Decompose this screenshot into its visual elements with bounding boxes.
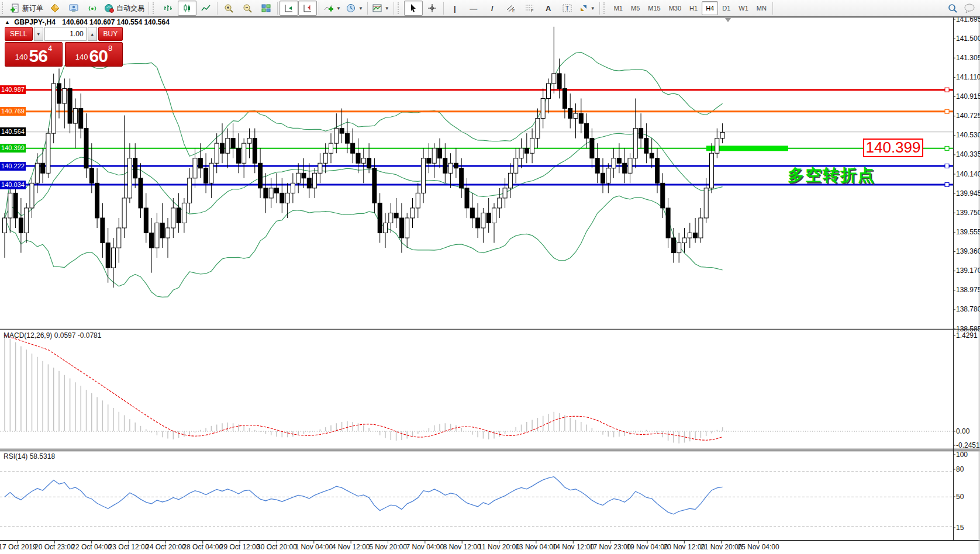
time-axis-label: 4 Nov 12:00 — [332, 543, 370, 551]
fibonacci-button[interactable]: F — [520, 1, 539, 16]
periods-button[interactable]: ▼ — [343, 1, 365, 16]
timeframe-button-m1[interactable]: M1 — [610, 1, 627, 15]
separator — [367, 2, 368, 15]
price-line-tag: 140.222 — [0, 162, 26, 171]
svg-text:E: E — [512, 9, 515, 13]
price-tick-label: 138.780 — [956, 305, 980, 313]
metaeditor-button[interactable] — [46, 1, 64, 16]
new-order-icon — [11, 4, 20, 13]
rsi-label: RSI(14) 58.5318 — [4, 452, 55, 460]
one-click-toggle-icon[interactable]: ▲ — [5, 19, 10, 25]
price-line-tag: 140.034 — [0, 181, 26, 189]
price-line-tag: 140.399 — [0, 144, 26, 153]
equidistant-channel-button[interactable]: E — [502, 1, 520, 16]
cursor-button[interactable] — [404, 1, 423, 16]
timeframe-button-mn[interactable]: MN — [753, 1, 771, 15]
time-axis-label: 13 Nov 04:00 — [515, 543, 557, 551]
arrows-button[interactable]: ▼ — [577, 1, 598, 16]
horizontal-line-button[interactable]: — — [464, 1, 483, 16]
tile-windows-button[interactable] — [257, 1, 275, 16]
price-tick-label: 140.725 — [956, 112, 980, 120]
level-price-box[interactable]: 140.399 — [863, 138, 923, 157]
new-order-button[interactable]: 新订单 — [8, 1, 46, 16]
signals-icon — [87, 3, 98, 13]
price-tick-label: 140.335 — [956, 150, 980, 158]
one-click-sell-button[interactable]: 140 56 4 — [5, 42, 63, 67]
zoom-out-button[interactable] — [238, 1, 257, 16]
sell-price-pip: 4 — [48, 44, 52, 52]
timeframe-button-h4[interactable]: H4 — [702, 1, 718, 15]
vertical-line-button[interactable]: | — [446, 1, 464, 16]
chart-shift-icon — [302, 3, 313, 13]
buy-price-prefix: 140 — [75, 50, 88, 65]
time-axis-label: 14 Nov 12:00 — [553, 543, 594, 551]
timeframe-group: M1M5M15M30H1H4D1W1MN — [610, 1, 771, 15]
time-axis-label: 11 Nov 20:00 — [478, 543, 520, 551]
timeframe-button-d1[interactable]: D1 — [718, 1, 734, 15]
text-button[interactable]: A — [539, 1, 558, 16]
price-tick-label: 141.305 — [956, 54, 980, 62]
separator — [149, 2, 149, 15]
bar-chart-button[interactable] — [159, 1, 178, 16]
zoom-in-button[interactable] — [219, 1, 238, 16]
time-axis-label: 23 Oct 12:00 — [109, 543, 149, 551]
timeframe-button-m15[interactable]: M15 — [644, 1, 664, 15]
volume-decrement-button[interactable]: ▼ — [34, 27, 43, 41]
price-tick-label: 139.945 — [956, 189, 980, 198]
autotrading-button[interactable]: 自动交易 — [102, 1, 147, 16]
search-icon[interactable] — [947, 3, 958, 13]
signals-button[interactable] — [83, 1, 102, 16]
dropdown-caret: ▼ — [591, 6, 595, 11]
periods-clock-icon — [346, 3, 356, 13]
time-axis-label: 20 Nov 12:00 — [664, 543, 705, 551]
auto-scroll-button[interactable] — [279, 1, 298, 16]
rsi-tick-label: 100 — [956, 451, 968, 459]
auto-scroll-icon — [284, 3, 294, 13]
channel-icon: E — [506, 4, 516, 13]
separator — [599, 2, 600, 15]
line-chart-button[interactable] — [196, 1, 215, 16]
timeframe-button-w1[interactable]: W1 — [734, 1, 753, 15]
time-axis-label: 25 Nov 04:00 — [737, 543, 779, 551]
timeframe-button-m30[interactable]: M30 — [665, 1, 685, 15]
indicators-button[interactable]: ▼ — [321, 1, 343, 16]
sell-button[interactable]: SELL — [5, 27, 33, 41]
turning-point-note[interactable]: 多空转折点 — [788, 164, 875, 186]
arrows-icon — [579, 4, 588, 13]
volume-increment-button[interactable]: ▲ — [88, 27, 97, 41]
price-line-tag: 140.769 — [0, 107, 26, 116]
separator — [772, 2, 773, 15]
ohlc-values: 140.604 140.607 140.554 140.564 — [62, 18, 170, 26]
cursor-icon — [409, 4, 418, 13]
chat-icon[interactable] — [964, 3, 975, 13]
one-click-buy-button[interactable]: 140 60 8 — [65, 42, 123, 67]
separator — [277, 2, 278, 15]
autotrading-icon — [104, 3, 115, 13]
time-axis-label: 7 Nov 04:00 — [406, 543, 444, 551]
timeframe-button-m5[interactable]: M5 — [627, 1, 644, 15]
vertical-line-icon: | — [454, 4, 456, 13]
buy-button[interactable]: BUY — [98, 27, 123, 41]
templates-button[interactable]: ▼ — [370, 1, 392, 16]
price-tick-label: 138.975 — [956, 286, 980, 294]
price-tick-label: 139.555 — [956, 228, 980, 236]
chart-window: ▲ GBPJPY-,H4 140.604 140.607 140.554 140… — [0, 0, 980, 554]
time-axis-label: 8 Nov 12:00 — [443, 543, 481, 551]
price-tick-label: 141.500 — [956, 34, 980, 43]
price-tick-label: 141.110 — [956, 73, 980, 81]
trendline-button[interactable]: / — [483, 1, 502, 16]
rsi-tick-label: 15 — [956, 524, 964, 532]
chart-canvas[interactable] — [0, 0, 980, 554]
autotrading-label: 自动交易 — [116, 4, 144, 13]
candlestick-chart-button[interactable] — [178, 1, 196, 16]
volume-input[interactable] — [44, 27, 87, 41]
bar-chart-icon — [163, 3, 174, 13]
chart-shift-button[interactable] — [298, 1, 317, 16]
time-axis-label: 30 Oct 20:00 — [257, 543, 297, 551]
profiles-button[interactable] — [64, 1, 83, 16]
text-label-icon: T — [562, 4, 572, 13]
crosshair-button[interactable] — [423, 1, 441, 16]
timeframe-button-h1[interactable]: H1 — [685, 1, 702, 15]
macd-tick-label: 1.4291 — [956, 331, 978, 340]
text-label-button[interactable]: T — [558, 1, 577, 16]
